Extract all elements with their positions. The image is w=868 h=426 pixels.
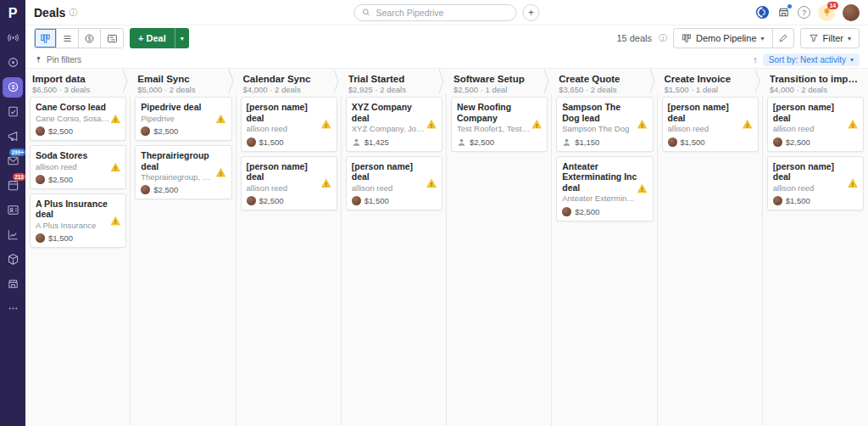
stage-column-import-data: Import data$6,500 · 3 dealsCane Corso le… <box>25 69 131 426</box>
stage-title: Email Sync <box>137 74 225 84</box>
stage-summary: $2,925 · 2 deals <box>348 85 437 94</box>
sidebar-item-broadcast[interactable] <box>0 25 25 50</box>
add-deal-button[interactable]: + Deal ▾ <box>130 28 189 48</box>
kanban-icon <box>40 33 51 44</box>
deal-card[interactable]: Theprairiegroup dealTheprairiegroup, Gay… <box>135 145 231 200</box>
sidebar-item-projects[interactable] <box>0 99 25 124</box>
owner-avatar <box>773 196 782 205</box>
deal-card[interactable]: A Plus Insurance dealA Plus Insurance$1,… <box>30 193 126 249</box>
edit-pipeline-button[interactable] <box>772 29 793 48</box>
stage-header: Calendar Sync$4,000 · 2 deals <box>236 69 342 94</box>
stage-column-transition-to-implement: Transition to implement...$4,000 · 2 dea… <box>763 69 868 426</box>
deal-card[interactable]: [person name] dealallison reed$2,500! <box>241 156 337 211</box>
stage-header: Trial Started$2,925 · 2 deals <box>342 69 447 94</box>
deal-card[interactable]: [person name] dealallison reed$1,500! <box>767 156 864 211</box>
stage-summary: $6,500 · 3 deals <box>32 85 120 94</box>
owner-avatar <box>247 196 256 205</box>
pipedrive-logo[interactable]: P <box>8 2 18 25</box>
quick-add-button[interactable]: + <box>523 4 540 21</box>
app-icon[interactable] <box>755 5 770 20</box>
stage-title: Transition to implement... <box>770 74 858 84</box>
deal-card[interactable]: Anteater Exterminating Inc dealAnteater … <box>556 156 653 221</box>
marketplace-icon[interactable] <box>777 6 790 19</box>
sidebar-item-more[interactable] <box>0 296 25 321</box>
deal-title: [person name] deal <box>352 161 437 182</box>
stage-cards: Pipedrive dealPipedrive$2,500!Theprairie… <box>131 94 236 202</box>
list-icon <box>62 33 73 44</box>
person-icon <box>352 137 361 147</box>
deal-value-row: $1,150 <box>562 137 647 147</box>
deal-title: Cane Corso lead <box>36 102 120 113</box>
sort-by-label: Sort by: Next activity <box>769 55 846 64</box>
stage-title: Software Setup <box>453 74 542 84</box>
help-icon[interactable]: ? <box>798 6 810 19</box>
sidebar-item-leads[interactable] <box>0 50 25 75</box>
deal-card[interactable]: XYZ Company dealXYZ Company, John Smith$… <box>346 97 442 152</box>
pin-filters-button[interactable]: Pin filters <box>34 55 81 64</box>
forecast-view-button[interactable]: $ <box>79 29 101 48</box>
deal-value-row: $2,500 <box>562 207 647 216</box>
list-view-button[interactable] <box>57 29 79 48</box>
stage-header: Email Sync$5,000 · 2 deals <box>131 69 236 94</box>
deal-card[interactable]: Pipedrive dealPipedrive$2,500! <box>135 97 231 141</box>
sidebar-item-campaigns[interactable] <box>0 124 25 149</box>
stage-title: Create Invoice <box>665 74 753 84</box>
sidebar-item-products[interactable] <box>0 247 25 272</box>
stage-column-create-invoice: Create Invoice$1,500 · 1 deal[person nam… <box>658 69 763 426</box>
search-icon <box>362 8 371 17</box>
deal-title: [person name] deal <box>247 102 331 123</box>
deal-value: $1,500 <box>681 137 705 147</box>
deal-card[interactable]: New Roofing CompanyTest Roofer1, Test Ro… <box>451 97 548 152</box>
pipeline-label: Demo Pipeline <box>696 33 757 43</box>
search-bar[interactable] <box>354 4 517 21</box>
deal-participants: XYZ Company, John Smith <box>352 124 437 134</box>
kanban-view-button[interactable] <box>35 29 57 48</box>
deal-value: $2,500 <box>259 196 284 205</box>
stage-title: Create Quote <box>559 74 647 84</box>
contacts-icon <box>7 204 19 216</box>
deal-card[interactable]: [person name] dealallison reed$2,500! <box>767 97 864 152</box>
info-icon[interactable]: ⓘ <box>69 7 77 19</box>
stage-summary: $5,000 · 2 deals <box>137 85 225 94</box>
user-avatar[interactable] <box>843 4 860 21</box>
timeline-view-button[interactable] <box>101 29 123 48</box>
funnel-icon <box>809 33 819 43</box>
stage-title: Import data <box>32 74 120 84</box>
stage-cards: Cane Corso leadCane Corso, Sosa Dog$2,50… <box>25 94 131 250</box>
deal-card[interactable]: Cane Corso leadCane Corso, Sosa Dog$2,50… <box>30 97 126 141</box>
products-icon <box>7 253 19 266</box>
sidebar-item-deals[interactable]: $ <box>0 75 25 99</box>
tips-icon[interactable]: 14 <box>818 4 835 21</box>
deal-title: [person name] deal <box>773 161 858 182</box>
search-input[interactable] <box>376 8 504 18</box>
deal-value-row: $1,500 <box>352 196 437 205</box>
owner-avatar <box>562 207 571 216</box>
sort-direction-icon[interactable]: ↑ <box>753 54 758 64</box>
stage-header: Software Setup$2,500 · 1 deal <box>447 69 552 94</box>
deals-icon: $ <box>7 81 19 93</box>
sidebar-item-contacts[interactable] <box>0 198 25 222</box>
pipeline-selector[interactable]: Demo Pipeline ▾ <box>674 29 772 48</box>
sort-by-button[interactable]: Sort by: Next activity ▾ <box>763 53 860 66</box>
stage-summary: $4,000 · 2 deals <box>770 85 858 94</box>
info-icon[interactable]: ⓘ <box>659 32 667 44</box>
deal-title: Anteater Exterminating Inc deal <box>562 161 647 193</box>
stage-title: Calendar Sync <box>243 74 331 84</box>
deal-title: [person name] deal <box>773 102 858 123</box>
add-deal-dropdown[interactable]: ▾ <box>175 28 189 48</box>
stage-divider-chevron <box>542 70 550 93</box>
sidebar-item-mail[interactable]: 399+ <box>0 149 25 173</box>
deal-card[interactable]: [person name] dealallison reed$1,500! <box>346 156 442 211</box>
deal-card[interactable]: Sampson The Dog leadSampson The Dog$1,15… <box>556 97 653 152</box>
sidebar-item-insights[interactable] <box>0 222 25 247</box>
sidebar-item-activities[interactable]: 213 <box>0 173 25 198</box>
stage-divider-chevron <box>226 70 235 93</box>
deal-title: Pipedrive deal <box>141 102 225 113</box>
sidebar-item-storefront[interactable] <box>0 272 25 296</box>
deal-card[interactable]: [person name] dealallison reed$1,500! <box>662 97 759 152</box>
pencil-icon <box>778 33 788 43</box>
filter-button[interactable]: Filter ▾ <box>800 28 860 48</box>
deal-card[interactable]: [person name] dealallison reed$1,500! <box>241 97 337 152</box>
owner-avatar <box>36 126 45 136</box>
deal-card[interactable]: Soda Storesallison reed$2,500! <box>30 145 126 189</box>
